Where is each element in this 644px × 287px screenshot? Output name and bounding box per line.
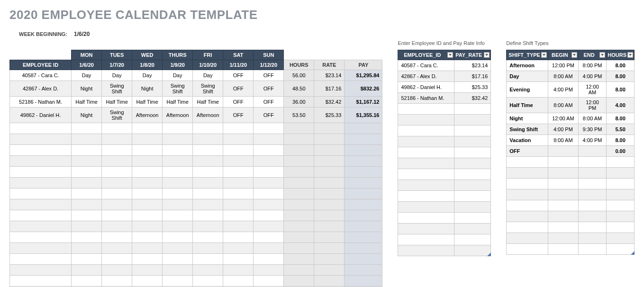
shift-hours-cell[interactable]: 8.00 [607,135,635,146]
shift-cell[interactable] [223,167,254,178]
shift-cell[interactable] [223,188,254,199]
shift-cell[interactable] [163,210,193,221]
shift-hours-cell[interactable]: 8.00 [607,71,635,82]
shift-hours-cell[interactable] [607,179,635,189]
shift-cell[interactable] [72,123,102,134]
employee-cell[interactable] [10,265,72,276]
shift-end-cell[interactable]: 4:00 PM [578,135,606,146]
pay-rate-cell[interactable] [454,115,491,126]
shift-begin-cell[interactable] [548,157,578,168]
shift-cell[interactable] [163,123,193,134]
shift-cell[interactable]: OFF [223,108,254,123]
pay-rate-cell[interactable] [454,158,491,169]
shift-cell[interactable] [223,254,254,265]
shift-hours-cell[interactable] [607,244,635,255]
shift-cell[interactable]: OFF [254,97,284,108]
employee-cell[interactable] [10,254,72,265]
emp-id-cell[interactable] [398,158,454,169]
shift-cell[interactable] [102,156,132,167]
shift-cell[interactable] [72,265,102,276]
shift-cell[interactable] [102,243,132,254]
shift-cell[interactable] [132,221,163,232]
shift-cell[interactable] [254,156,284,167]
employee-cell[interactable] [10,276,72,287]
emp-id-cell[interactable] [398,104,454,115]
pay-rate-cell[interactable] [454,245,491,256]
table-resize-handle-icon[interactable] [487,252,491,256]
shift-name-cell[interactable]: Half Time [507,98,548,113]
shift-cell[interactable]: Afternoon [193,108,223,123]
shift-cell[interactable] [72,178,102,188]
shift-cell[interactable] [72,145,102,156]
shift-name-cell[interactable] [507,200,548,211]
shift-cell[interactable]: Day [72,70,102,81]
employee-cell[interactable] [10,232,72,243]
employee-cell[interactable] [10,156,72,167]
shift-cell[interactable]: Swing Shift [102,108,132,123]
shift-hours-cell[interactable]: 8.00 [607,60,635,71]
shift-cell[interactable] [223,243,254,254]
filter-dropdown-icon[interactable] [541,52,547,58]
shift-cell[interactable] [72,210,102,221]
shift-cell[interactable] [102,188,132,199]
pay-rate-cell[interactable] [454,191,491,202]
shift-cell[interactable] [72,232,102,243]
shift-cell[interactable] [132,145,163,156]
shift-cell[interactable] [193,123,223,134]
shift-cell[interactable] [193,178,223,188]
shift-cell[interactable] [132,123,163,134]
shift-cell[interactable] [254,276,284,287]
shift-cell[interactable] [254,167,284,178]
pay-rate-cell[interactable] [454,104,491,115]
shift-cell[interactable]: Swing Shift [102,81,132,97]
shift-cell[interactable]: Swing Shift [163,81,193,97]
emp-id-cell[interactable] [398,234,454,245]
shift-hours-cell[interactable]: 4.00 [607,98,635,113]
emp-id-cell[interactable] [398,147,454,158]
shift-header[interactable]: END [578,50,606,60]
shift-cell[interactable] [254,221,284,232]
filter-dropdown-icon[interactable] [571,52,577,58]
shift-begin-cell[interactable]: 12:00 PM [548,60,578,71]
shift-end-cell[interactable] [578,244,606,255]
shift-cell[interactable] [132,156,163,167]
employee-cell[interactable] [10,188,72,199]
shift-cell[interactable] [163,265,193,276]
shift-name-cell[interactable] [507,233,548,244]
shift-begin-cell[interactable] [548,200,578,211]
shift-end-cell[interactable] [578,233,606,244]
shift-cell[interactable] [193,134,223,145]
emp-id-cell[interactable]: 42867 - Alex D. [398,71,454,82]
shift-cell[interactable]: Half Time [193,97,223,108]
emp-id-cell[interactable] [398,115,454,126]
shift-cell[interactable]: OFF [254,70,284,81]
shift-cell[interactable]: Half Time [163,97,193,108]
shift-cell[interactable] [193,243,223,254]
shift-end-cell[interactable]: 12:00 PM [578,98,606,113]
shift-cell[interactable] [193,156,223,167]
shift-hours-cell[interactable]: 8.00 [607,82,635,98]
shift-cell[interactable] [132,276,163,287]
shift-cell[interactable] [132,199,163,210]
shift-cell[interactable] [102,210,132,221]
shift-begin-cell[interactable] [548,222,578,233]
emp-id-cell[interactable]: 40587 - Cara C. [398,60,454,71]
shift-cell[interactable] [223,276,254,287]
shift-cell[interactable] [102,178,132,188]
shift-cell[interactable] [102,221,132,232]
pay-rate-cell[interactable] [454,213,491,224]
shift-cell[interactable]: Night [72,81,102,97]
pay-rate-cell[interactable] [454,224,491,234]
shift-cell[interactable] [254,188,284,199]
shift-cell[interactable] [72,167,102,178]
shift-cell[interactable] [132,210,163,221]
shift-cell[interactable] [163,145,193,156]
pay-rate-cell[interactable] [454,136,491,147]
shift-name-cell[interactable] [507,179,548,189]
shift-cell[interactable]: OFF [254,81,284,97]
shift-cell[interactable]: OFF [254,108,284,123]
shift-cell[interactable] [102,199,132,210]
shift-cell[interactable] [254,265,284,276]
shift-begin-cell[interactable] [548,244,578,255]
shift-hours-cell[interactable]: 5.50 [607,124,635,135]
